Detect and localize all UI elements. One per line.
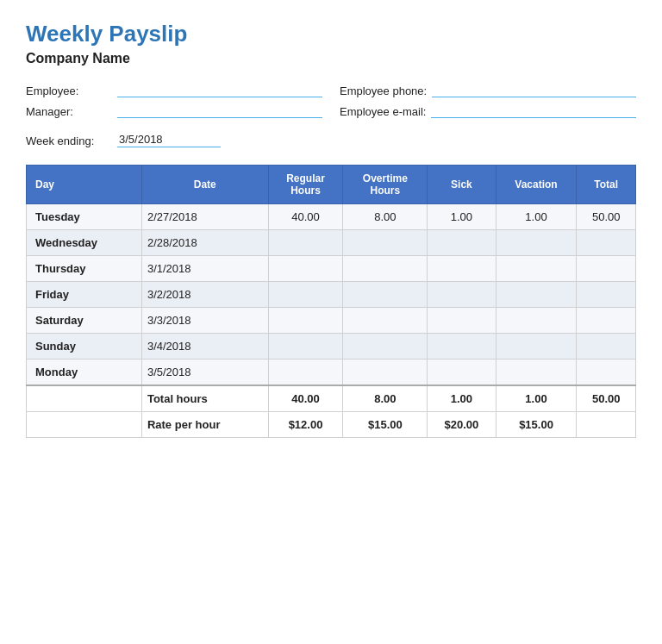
totals-label: Total hours (141, 385, 268, 412)
header-regular-hours: RegularHours (268, 166, 343, 204)
table-row: Friday 3/2/2018 (27, 282, 636, 308)
table-row: Sunday 3/4/2018 (27, 334, 636, 360)
page-title: Weekly Payslip (26, 21, 636, 47)
cell-regular (268, 308, 343, 334)
cell-overtime (343, 282, 428, 308)
cell-sick: 1.00 (428, 204, 496, 230)
header-date: Date (141, 166, 268, 204)
cell-overtime (343, 256, 428, 282)
phone-input[interactable] (432, 82, 636, 97)
cell-day: Sunday (27, 334, 142, 360)
cell-total (577, 334, 636, 360)
header-day: Day (27, 166, 142, 204)
totals-day-empty (27, 385, 142, 412)
rate-total (577, 412, 636, 438)
totals-sick: 1.00 (428, 385, 496, 412)
header-overtime-hours: OvertimeHours (343, 166, 428, 204)
table-row: Monday 3/5/2018 (27, 360, 636, 386)
totals-regular: 40.00 (268, 385, 343, 412)
cell-vacation (496, 282, 577, 308)
cell-overtime (343, 308, 428, 334)
payslip-table: Day Date RegularHours OvertimeHours Sick… (26, 165, 636, 438)
table-header-row: Day Date RegularHours OvertimeHours Sick… (27, 166, 636, 204)
cell-regular (268, 256, 343, 282)
cell-date: 2/27/2018 (141, 204, 268, 230)
cell-day: Tuesday (27, 204, 142, 230)
table-row: Wednesday 2/28/2018 (27, 230, 636, 256)
cell-vacation (496, 308, 577, 334)
cell-total: 50.00 (577, 204, 636, 230)
cell-total (577, 360, 636, 386)
email-row: Employee e-mail: (340, 103, 636, 118)
cell-date: 3/5/2018 (141, 360, 268, 386)
cell-vacation (496, 334, 577, 360)
cell-date: 3/1/2018 (141, 256, 268, 282)
cell-day: Wednesday (27, 230, 142, 256)
rate-regular: $12.00 (268, 412, 343, 438)
header-vacation: Vacation (496, 166, 577, 204)
cell-overtime (343, 360, 428, 386)
cell-total (577, 282, 636, 308)
cell-overtime: 8.00 (343, 204, 428, 230)
cell-date: 3/4/2018 (141, 334, 268, 360)
cell-sick (428, 360, 496, 386)
manager-label: Manager: (26, 105, 112, 118)
rate-day-empty (27, 412, 142, 438)
employee-row: Employee: (26, 82, 322, 97)
rate-row: Rate per hour $12.00 $15.00 $20.00 $15.0… (27, 412, 636, 438)
manager-input[interactable] (117, 103, 322, 118)
cell-sick (428, 334, 496, 360)
cell-day: Saturday (27, 308, 142, 334)
company-name: Company Name (26, 51, 636, 66)
week-ending-row: Week ending: 3/5/2018 (26, 132, 636, 147)
phone-label: Employee phone: (340, 84, 427, 97)
cell-sick (428, 282, 496, 308)
employee-label: Employee: (26, 84, 112, 97)
cell-day: Friday (27, 282, 142, 308)
totals-total: 50.00 (577, 385, 636, 412)
cell-vacation (496, 360, 577, 386)
rate-label: Rate per hour (141, 412, 268, 438)
cell-date: 3/2/2018 (141, 282, 268, 308)
cell-overtime (343, 334, 428, 360)
cell-total (577, 256, 636, 282)
cell-vacation (496, 230, 577, 256)
phone-row: Employee phone: (340, 82, 636, 97)
cell-total (577, 308, 636, 334)
week-ending-label: Week ending: (26, 134, 112, 147)
cell-date: 2/28/2018 (141, 230, 268, 256)
rate-overtime: $15.00 (343, 412, 428, 438)
table-row: Tuesday 2/27/2018 40.00 8.00 1.00 1.00 5… (27, 204, 636, 230)
table-row: Thursday 3/1/2018 (27, 256, 636, 282)
cell-day: Thursday (27, 256, 142, 282)
cell-regular (268, 282, 343, 308)
totals-vacation: 1.00 (496, 385, 577, 412)
cell-sick (428, 308, 496, 334)
header-total: Total (577, 166, 636, 204)
cell-regular (268, 334, 343, 360)
rate-vacation: $15.00 (496, 412, 577, 438)
cell-day: Monday (27, 360, 142, 386)
form-section: Employee: Employee phone: Manager: Emplo… (26, 82, 636, 118)
manager-row: Manager: (26, 103, 322, 118)
cell-regular: 40.00 (268, 204, 343, 230)
cell-date: 3/3/2018 (141, 308, 268, 334)
cell-regular (268, 230, 343, 256)
table-row: Saturday 3/3/2018 (27, 308, 636, 334)
totals-overtime: 8.00 (343, 385, 428, 412)
cell-sick (428, 256, 496, 282)
cell-vacation: 1.00 (496, 204, 577, 230)
cell-sick (428, 230, 496, 256)
cell-regular (268, 360, 343, 386)
rate-sick: $20.00 (428, 412, 496, 438)
header-sick: Sick (428, 166, 496, 204)
cell-total (577, 230, 636, 256)
cell-vacation (496, 256, 577, 282)
employee-input[interactable] (117, 82, 322, 97)
totals-row: Total hours 40.00 8.00 1.00 1.00 50.00 (27, 385, 636, 412)
cell-overtime (343, 230, 428, 256)
email-label: Employee e-mail: (340, 105, 426, 118)
week-ending-value: 3/5/2018 (117, 132, 221, 147)
email-input[interactable] (431, 103, 636, 118)
